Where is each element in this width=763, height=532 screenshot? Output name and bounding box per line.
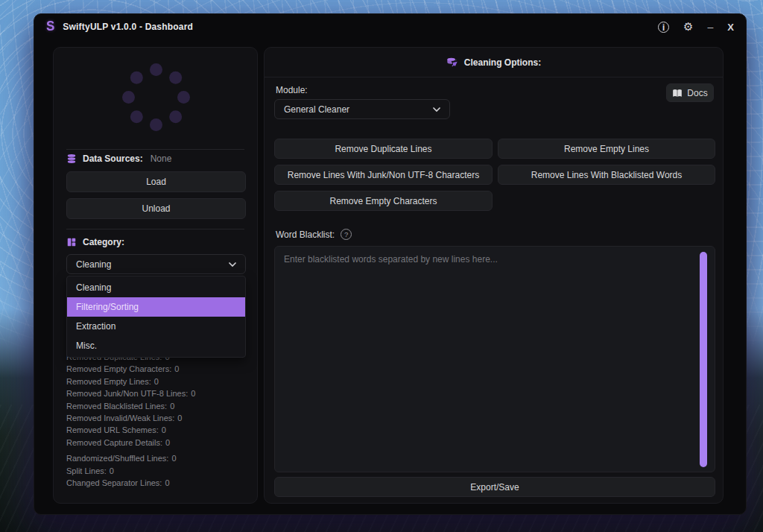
stat-line: Removed Empty Characters:0 (66, 363, 195, 375)
remove-duplicate-lines-button[interactable]: Remove Duplicate Lines (274, 139, 493, 159)
docs-button[interactable]: Docs (666, 83, 714, 102)
docs-label: Docs (687, 88, 707, 98)
chevron-down-icon (433, 107, 440, 112)
sidebar-panel: Data Sources: None Load Unload Category:… (53, 47, 258, 504)
cleaning-options-header: Cleaning Options: (265, 48, 723, 77)
remove-empty-lines-button[interactable]: Remove Empty Lines (498, 139, 715, 159)
loading-spinner (122, 63, 189, 130)
stat-line: Removed Capture Details:0 (66, 437, 195, 449)
data-sources-value: None (151, 153, 172, 164)
title-bar: S SwiftyULP v1.0.0 - Dashboard i ⚙ – X (34, 14, 746, 39)
stat-line: Split Lines:0 (66, 465, 195, 477)
word-blacklist-row: Word Blacklist: ? (276, 229, 352, 240)
category-option-filtering-sorting[interactable]: Filtering/Sorting (67, 297, 245, 317)
category-option-cleaning[interactable]: Cleaning (67, 278, 245, 297)
module-select[interactable]: General Cleaner (274, 99, 450, 119)
blacklist-scrollbar-thumb[interactable] (700, 252, 707, 467)
chevron-down-icon (229, 262, 236, 267)
app-logo-icon: S (46, 19, 54, 35)
help-icon[interactable]: ? (341, 229, 352, 240)
divider (66, 229, 244, 229)
word-blacklist-textarea[interactable] (274, 246, 715, 472)
info-icon[interactable]: i (658, 22, 669, 33)
app-window: S SwiftyULP v1.0.0 - Dashboard i ⚙ – X D… (34, 13, 747, 515)
category-label: Category: (83, 237, 124, 247)
grid-icon (66, 237, 77, 247)
window-controls: i ⚙ – X (658, 20, 734, 34)
stat-line: Removed URL Schemes:0 (66, 424, 195, 436)
remove-junk-utf8-lines-button[interactable]: Remove Lines With Junk/Non UTF-8 Charact… (274, 165, 493, 185)
category-selected-value: Cleaning (76, 259, 111, 270)
category-option-extraction[interactable]: Extraction (67, 317, 245, 336)
cleaning-options-title: Cleaning Options: (464, 57, 541, 68)
database-icon (66, 153, 77, 164)
remove-blacklisted-words-button[interactable]: Remove Lines With Blacklisted Words (498, 165, 715, 185)
stat-line: Removed Junk/Non UTF-8 Lines:0 (66, 387, 195, 399)
stat-line: Removed Blacklisted Lines:0 (66, 400, 195, 412)
stat-line: Randomized/Shuffled Lines:0 (66, 452, 195, 464)
category-select[interactable]: Cleaning (66, 254, 246, 274)
gear-icon[interactable]: ⚙ (683, 20, 693, 34)
stats-list: Removed Duplicate Lines:0 Removed Empty … (66, 351, 195, 489)
data-sources-row: Data Sources: None (66, 153, 171, 164)
load-button[interactable]: Load (66, 171, 246, 192)
divider (66, 149, 244, 150)
data-sources-label: Data Sources: (83, 153, 143, 164)
remove-empty-characters-button[interactable]: Remove Empty Characters (274, 191, 493, 211)
stat-line: Changed Separator Lines:0 (66, 477, 195, 489)
export-save-button[interactable]: Export/Save (274, 477, 715, 497)
cleaning-options-panel: Cleaning Options: Module: General Cleane… (264, 47, 724, 504)
window-title: SwiftyULP v1.0.0 - Dashboard (63, 22, 193, 32)
unload-button[interactable]: Unload (66, 198, 246, 219)
category-option-misc[interactable]: Misc. (67, 336, 245, 355)
category-row: Category: (66, 237, 124, 247)
word-blacklist-label: Word Blacklist: (276, 229, 335, 240)
stat-line: Removed Invalid/Weak Lines:0 (66, 412, 195, 424)
close-button[interactable]: X (727, 22, 734, 33)
module-label: Module: (276, 85, 308, 95)
clean-database-icon (446, 57, 458, 69)
stat-line: Removed Empty Lines:0 (66, 376, 195, 387)
minimize-button[interactable]: – (708, 21, 714, 33)
book-icon (672, 89, 683, 98)
module-selected-value: General Cleaner (284, 104, 349, 115)
category-dropdown-list: Cleaning Filtering/Sorting Extraction Mi… (66, 276, 246, 358)
